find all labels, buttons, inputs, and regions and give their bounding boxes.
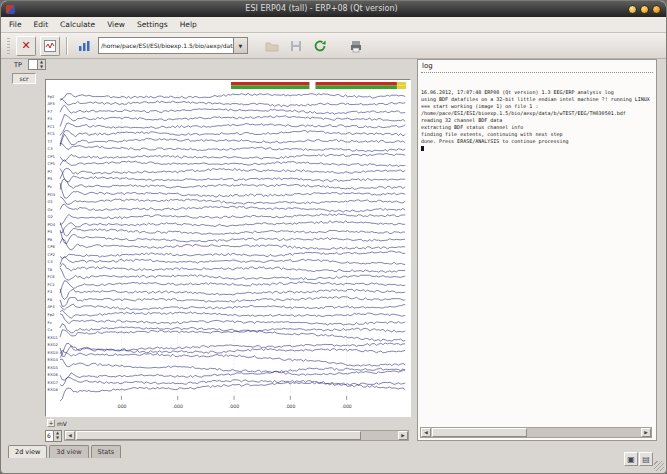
channel-label: CP5	[48, 161, 56, 166]
spin-down-icon[interactable]: ▼	[54, 436, 61, 441]
refresh-green-icon	[313, 39, 327, 53]
channel-label: O2	[48, 214, 54, 219]
scroll-right-icon[interactable]: ▶	[398, 431, 408, 440]
pane-splitter[interactable]	[412, 59, 416, 441]
scroll-right-icon[interactable]: ▶	[641, 428, 651, 437]
minimize-button[interactable]	[628, 5, 637, 14]
eeg-trace	[60, 105, 405, 114]
layout-button[interactable]: ▤	[639, 452, 653, 466]
channel-label: F4	[48, 289, 53, 294]
channel-label: P3	[48, 176, 53, 181]
log-panel: log 16.06.2012, 17:07:48 ERP08 (Qt versi…	[417, 59, 657, 441]
tab-stats[interactable]: Stats	[91, 445, 122, 458]
menu-file[interactable]: File	[9, 20, 22, 29]
scale-increase-button[interactable]: +	[47, 419, 55, 427]
menu-calculate[interactable]: Calculate	[60, 20, 95, 29]
eeg-trace	[60, 130, 405, 144]
scroll-thumb[interactable]	[76, 431, 361, 440]
chevron-down-icon[interactable]: ▼	[233, 38, 247, 53]
chart-button[interactable]	[74, 36, 94, 56]
eeg-trace	[60, 281, 405, 293]
scroll-left-icon[interactable]: ◀	[421, 428, 431, 437]
plot-hscrollbar[interactable]: ◀ ▶	[64, 430, 409, 441]
log-output[interactable]: 16.06.2012, 17:07:48 ERP08 (Qt version) …	[418, 73, 656, 151]
gain-spinbox[interactable]: 6 ▲▼	[45, 430, 62, 442]
eeg-trace	[60, 289, 405, 300]
open-button[interactable]	[262, 36, 282, 56]
channel-label: AF3	[48, 101, 56, 106]
tab-3d-view[interactable]: 3d view	[49, 445, 88, 458]
file-combo-value: /home/pace/ESI/ESI/bioexp.1.5/bio/aexp/d…	[99, 38, 233, 53]
menu-edit[interactable]: Edit	[34, 20, 49, 29]
erp-document-button[interactable]	[40, 36, 60, 56]
tp-spinbox[interactable]: ▲▼	[28, 59, 46, 70]
channel-label: CP1	[48, 154, 56, 159]
channel-label: Cz	[48, 327, 53, 332]
amplitude-controls: + mV	[47, 419, 67, 427]
channel-label: EXG6	[48, 372, 59, 377]
eeg-trace	[60, 251, 405, 258]
channel-label: PO4	[48, 222, 56, 227]
menu-help[interactable]: Help	[180, 20, 197, 29]
toolbar-handle[interactable]	[7, 38, 10, 54]
titlebar[interactable]: ESI ERP04 (tall) - ERP+08 (Qt version)	[1, 1, 666, 17]
channel-label: C4	[48, 259, 54, 264]
eeg-plot[interactable]: Fp1AF3F7F3FC1FC5T7C3CP1CP5P7P3PzPO3O1OzO…	[45, 79, 411, 417]
tab-2d-view[interactable]: 2d view	[8, 445, 47, 458]
screenshot-button[interactable]: ▣	[624, 452, 638, 466]
channel-label: FC6	[48, 274, 56, 279]
eeg-trace	[60, 183, 405, 198]
channel-label: F3	[48, 116, 53, 121]
spin-down-icon[interactable]: ▼	[38, 65, 45, 70]
scroll-track[interactable]	[75, 431, 398, 440]
channel-label: EXG5	[48, 365, 59, 370]
channel-label: EXG4	[48, 357, 59, 362]
eeg-trace	[60, 221, 405, 233]
eeg-trace	[60, 160, 405, 167]
tp-label: TP	[14, 61, 22, 69]
scroll-left-icon[interactable]: ◀	[65, 431, 75, 440]
text-cursor	[421, 146, 424, 151]
eeg-trace	[60, 257, 405, 265]
eeg-trace	[60, 99, 405, 107]
close-button[interactable]	[652, 5, 661, 14]
eeg-trace	[60, 168, 405, 178]
channel-label: EXG1	[48, 335, 59, 340]
eeg-trace	[60, 153, 405, 161]
channel-label: P7	[48, 169, 53, 174]
scroll-track[interactable]	[431, 428, 641, 437]
menu-settings[interactable]: Settings	[137, 20, 168, 29]
eeg-trace	[60, 143, 405, 151]
menu-view[interactable]: View	[107, 20, 125, 29]
scr-button[interactable]: scr	[12, 73, 36, 84]
tp-spin-arrows[interactable]: ▲▼	[37, 60, 45, 69]
log-hscrollbar[interactable]: ◀ ▶	[420, 427, 652, 438]
abort-button[interactable]: ✕	[16, 36, 36, 56]
log-line: === start working (image 1) on file 1 :	[421, 103, 653, 110]
resize-grip[interactable]	[654, 461, 664, 471]
unit-label: mV	[57, 420, 67, 427]
epoch-condition-bar	[231, 82, 309, 86]
grid-icon: ▤	[642, 455, 650, 464]
toolbar: ✕ /home/pace/ESI/ESI/bioexp.1.5/bio/aexp…	[1, 33, 666, 59]
eeg-trace	[60, 204, 405, 212]
file-combo[interactable]: /home/pace/ESI/ESI/bioexp.1.5/bio/aexp/d…	[98, 37, 248, 54]
eeg-trace	[60, 330, 405, 341]
gain-spin-arrows[interactable]: ▲▼	[53, 431, 61, 441]
window-title: ESI ERP04 (tall) - ERP+08 (Qt version)	[15, 1, 628, 17]
eeg-trace	[60, 268, 405, 281]
maximize-button[interactable]	[640, 5, 649, 14]
channel-label: T7	[47, 139, 53, 144]
channel-label: Fz	[48, 320, 52, 325]
channel-label: FC1	[48, 124, 56, 129]
scroll-thumb[interactable]	[432, 428, 527, 437]
monitor-icon: ▣	[627, 455, 635, 464]
rerun-button[interactable]	[310, 36, 330, 56]
save-button[interactable]	[286, 36, 306, 56]
toolbar-separator	[66, 37, 68, 55]
channel-label: Fp1	[48, 94, 56, 99]
channel-label: P4	[48, 229, 53, 234]
axis-tick-label: .000	[285, 404, 295, 409]
close-red-icon: ✕	[21, 40, 30, 51]
print-button[interactable]	[346, 36, 366, 56]
